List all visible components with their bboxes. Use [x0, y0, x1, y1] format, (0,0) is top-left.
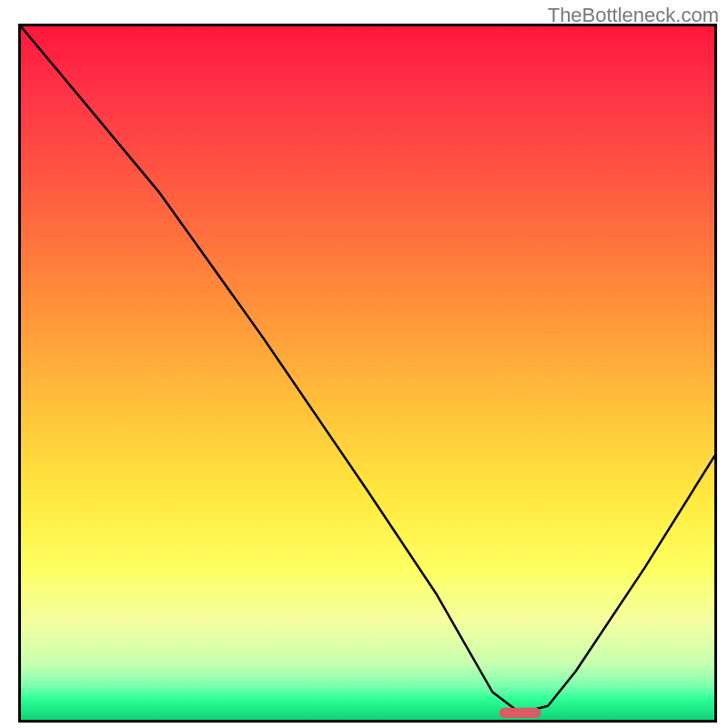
plot-frame [18, 24, 717, 723]
chart-root: TheBottleneck.com [0, 0, 728, 728]
minimum-marker [500, 708, 541, 718]
plot-svg [21, 26, 714, 720]
bottleneck-curve [21, 26, 714, 713]
